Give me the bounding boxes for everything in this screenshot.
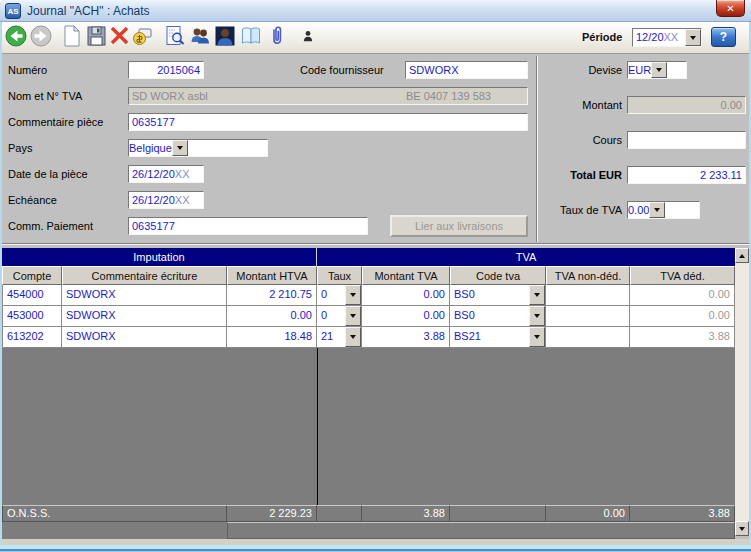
cell-commentaire[interactable]: SDWORX [62, 285, 227, 306]
forward-button[interactable] [29, 26, 53, 50]
cell-montant-htva[interactable]: 2 210.75 [227, 285, 317, 306]
cell-tva-non-ded[interactable] [546, 327, 630, 348]
lier-aux-livraisons-button: Lier aux livraisons [390, 215, 528, 237]
cell-tva-ded[interactable]: 3.88 [630, 327, 735, 348]
total-eur-field: 2 233.11 [627, 166, 746, 184]
book-button[interactable] [239, 26, 263, 50]
chevron-down-icon[interactable] [685, 29, 701, 46]
cell-commentaire[interactable]: SDWORX [62, 306, 227, 327]
total-eur-label: Total EUR [540, 169, 622, 181]
chevron-down-icon[interactable] [529, 306, 545, 326]
group-header-row: Imputation TVA [2, 248, 735, 266]
chevron-down-icon[interactable] [172, 140, 188, 156]
chevron-down-icon[interactable] [345, 285, 361, 305]
close-button[interactable]: ✕ [716, 0, 745, 17]
cell-tva-non-ded[interactable] [546, 306, 630, 327]
new-document-icon [60, 24, 84, 52]
chevron-down-icon[interactable] [529, 327, 545, 347]
cours-field[interactable] [627, 131, 746, 149]
cell-compte[interactable]: 454000 [2, 285, 62, 306]
cell-montant-htva[interactable]: 18.48 [227, 327, 317, 348]
numero-label: Numéro [8, 64, 47, 76]
payment-button[interactable] [130, 26, 154, 50]
cell-tva-ded[interactable]: 0.00 [630, 285, 735, 306]
help-icon: ? [720, 30, 727, 44]
cell-montant-tva[interactable]: 0.00 [362, 285, 450, 306]
date-piece-label: Date de la pièce [8, 168, 88, 180]
taux-value: 21 [317, 327, 345, 347]
chevron-down-icon[interactable] [649, 202, 665, 218]
cell-taux[interactable]: 0 [317, 306, 362, 327]
chevron-down-icon[interactable] [345, 327, 361, 347]
cell-taux[interactable]: 0 [317, 285, 362, 306]
scroll-down-button[interactable] [735, 521, 749, 536]
nom-tva-label: Nom et N° TVA [8, 90, 82, 102]
back-button[interactable] [4, 26, 28, 50]
code-tva-value: BS0 [450, 285, 529, 305]
code-tva-value: BS21 [450, 327, 529, 347]
delete-button[interactable] [107, 26, 131, 50]
periode-combobox[interactable]: 12/20XX [632, 28, 702, 47]
back-icon [4, 24, 28, 52]
scroll-down-icon [739, 527, 745, 531]
attachment-button[interactable] [265, 26, 289, 50]
totals-row: O.N.S.S. 2 229.23 3.88 0.00 3.88 [2, 505, 735, 522]
cell-montant-tva[interactable]: 3.88 [362, 327, 450, 348]
form-section-divider [536, 56, 538, 242]
comm-paiement-field[interactable]: 0635177 [128, 217, 368, 235]
vertical-scrollbar[interactable] [735, 248, 749, 536]
cell-montant-htva[interactable]: 0.00 [227, 306, 317, 327]
pays-value: Belgique [129, 140, 172, 156]
totals-montant-tva: 3.88 [362, 505, 450, 522]
cell-taux[interactable]: 21 [317, 327, 362, 348]
taux-tva-value: 0.00 [628, 202, 649, 218]
document-form: Numéro 2015064 Code fournisseur SDWORX D… [2, 54, 749, 248]
numero-field[interactable]: 2015064 [128, 61, 204, 79]
table-row: 454000 SDWORX 2 210.75 0 0.00 BS0 0.00 [2, 285, 735, 306]
date-piece-field[interactable]: 26/12/20XX [128, 165, 204, 183]
cell-code-tva[interactable]: BS21 [450, 327, 546, 348]
cell-code-tva[interactable]: BS0 [450, 306, 546, 327]
pays-combobox[interactable]: Belgique [128, 139, 268, 157]
code-fournisseur-field[interactable]: SDWORX [405, 61, 528, 79]
entries-grid: Imputation TVA Compte Commentaire écritu… [2, 248, 735, 539]
taux-value: 0 [317, 285, 345, 305]
scroll-up-button[interactable] [735, 248, 749, 263]
app-window: AS Journal "ACH" : Achats ✕ [0, 0, 751, 552]
taux-tva-combobox[interactable]: 0.00 [627, 201, 700, 219]
user-button[interactable] [213, 26, 237, 50]
preview-button[interactable] [163, 26, 187, 50]
date-masked: XX [175, 168, 190, 180]
cell-tva-ded[interactable]: 0.00 [630, 306, 735, 327]
cell-montant-tva[interactable]: 0.00 [362, 306, 450, 327]
cell-code-tva[interactable]: BS0 [450, 285, 546, 306]
totals-label: O.N.S.S. [2, 505, 227, 522]
vat-number: BE 0407 139 583 [406, 88, 491, 104]
new-document-button[interactable] [60, 26, 84, 50]
montant-label: Montant [540, 99, 622, 111]
cell-tva-non-ded[interactable] [546, 285, 630, 306]
cell-commentaire[interactable]: SDWORX [62, 327, 227, 348]
person-button[interactable] [296, 26, 320, 50]
group-tva: TVA [317, 248, 735, 266]
totals-taux [317, 505, 362, 522]
chevron-down-icon[interactable] [651, 62, 667, 78]
header-tva-ded: TVA déd. [630, 266, 735, 285]
header-compte: Compte [2, 266, 62, 285]
cours-label: Cours [540, 134, 622, 146]
echeance-field[interactable]: 26/12/20XX [128, 191, 204, 209]
chevron-down-icon[interactable] [345, 306, 361, 326]
book-icon [239, 24, 263, 52]
devise-combobox[interactable]: EUR [627, 61, 687, 79]
chevron-down-icon[interactable] [529, 285, 545, 305]
close-icon: ✕ [726, 3, 734, 14]
scroll-up-icon [739, 254, 745, 258]
contacts-button[interactable] [188, 26, 212, 50]
paperclip-icon [265, 24, 289, 52]
help-button[interactable]: ? [711, 27, 736, 47]
cell-compte[interactable]: 613202 [2, 327, 62, 348]
preview-icon [163, 24, 187, 52]
cell-compte[interactable]: 453000 [2, 306, 62, 327]
commentaire-piece-field[interactable]: 0635177 [128, 113, 528, 131]
save-button[interactable] [84, 26, 108, 50]
